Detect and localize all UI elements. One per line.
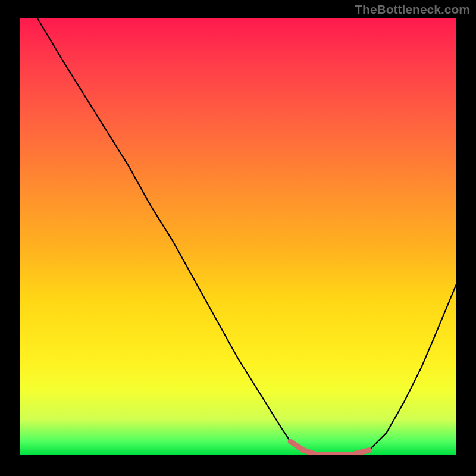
watermark-text: TheBottleneck.com [355,2,470,17]
plot-area [20,18,456,455]
chart-container: TheBottleneck.com [0,0,476,476]
bottleneck-curve-line [37,18,456,455]
curve-svg [20,18,456,455]
optimal-range-line [290,441,369,455]
